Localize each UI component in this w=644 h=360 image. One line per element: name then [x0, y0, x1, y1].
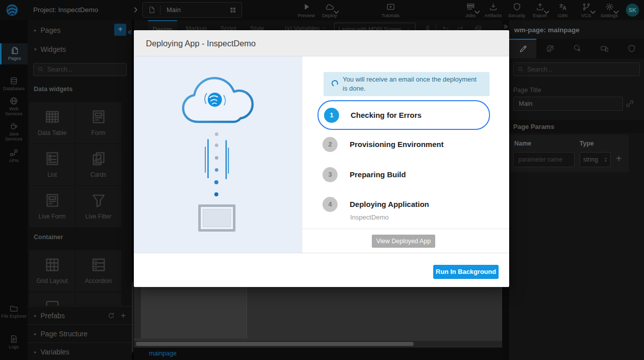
widget-tile-form[interactable]: Form: [75, 102, 121, 143]
deploy-button[interactable]: Deploy: [318, 2, 341, 20]
modal-footer: Run In Background: [134, 253, 509, 287]
export-button[interactable]: Export: [528, 2, 551, 20]
canvas-statusbar: mainpage: [134, 347, 502, 360]
page-selector-value: Main: [167, 6, 181, 14]
artifacts-button[interactable]: Artifacts: [481, 2, 505, 20]
prefabs-section-header[interactable]: ▸ Prefabs +: [28, 306, 132, 324]
refresh-icon[interactable]: [108, 312, 115, 319]
view-deployed-app-button[interactable]: View Deployed App: [372, 235, 435, 248]
preview-button[interactable]: Preview: [295, 2, 318, 20]
tab-inspect[interactable]: [564, 39, 591, 58]
param-name-input[interactable]: [513, 152, 575, 167]
step-number: 3: [323, 167, 338, 182]
widget-tile-list[interactable]: List: [29, 144, 75, 185]
column-header-name: Name: [514, 140, 531, 147]
sidebar-item-logs[interactable]: Logs: [0, 335, 28, 349]
widget-tile-cards[interactable]: Cards: [75, 144, 121, 185]
select-arrows-icon: ▲▼: [604, 157, 607, 163]
deploy-steps-panel: You will receive an email once the deplo…: [302, 56, 509, 253]
caret-down-icon: [612, 8, 620, 17]
widget-tile-live-form[interactable]: Live Form: [29, 186, 75, 227]
stream-line: [205, 147, 206, 173]
grid-layout-icon: [44, 257, 60, 273]
sidebar-item-apis[interactable]: APIs: [0, 149, 28, 163]
widget-tile-partial[interactable]: [75, 293, 121, 306]
settings-button[interactable]: Settings: [598, 2, 621, 20]
page-structure-section-header[interactable]: ▸ Page Structure: [28, 324, 132, 342]
table-icon: [44, 109, 60, 125]
step-active-checking-errors: 1 Checking for Errors: [317, 100, 490, 130]
shield-icon: [513, 3, 521, 11]
translate-icon: [558, 3, 567, 11]
sidebar-item-web-services[interactable]: Web Services: [0, 97, 28, 116]
security-button[interactable]: Security: [505, 2, 528, 20]
tab-security[interactable]: [618, 39, 644, 58]
scrollbar-thumb[interactable]: [136, 342, 414, 346]
page-selector[interactable]: Main: [142, 2, 242, 18]
devices-icon: [600, 44, 609, 53]
stream-dot: [214, 192, 218, 196]
link-icon[interactable]: [626, 100, 634, 108]
tutorials-button[interactable]: Tutorials: [379, 2, 402, 20]
widget-tile-live-filter[interactable]: Live Filter: [75, 186, 121, 227]
caret-down-icon: [332, 8, 341, 17]
info-alert: You will receive an email once the deplo…: [324, 72, 490, 96]
widget-tile-partial[interactable]: [29, 293, 75, 306]
widget-tile-grid-layout[interactable]: Grid Layout: [29, 250, 75, 292]
grid-view-icon: [229, 7, 236, 14]
collapse-right-panel-icon[interactable]: [503, 24, 509, 30]
i18n-button[interactable]: I18N: [551, 2, 574, 20]
widgets-section-header[interactable]: ▾ Widgets: [28, 42, 132, 56]
tab-properties[interactable]: [509, 39, 536, 58]
widget-search-input[interactable]: [33, 63, 127, 76]
param-type-select[interactable]: string ▲▼: [580, 152, 611, 167]
horizontal-scrollbar[interactable]: [134, 341, 502, 347]
page-title-label: Page Title: [513, 87, 541, 94]
user-avatar[interactable]: SK: [626, 4, 639, 17]
sidebar-item-databases[interactable]: Databases: [0, 77, 28, 91]
left-rail: Pages Databases Web Services Java Servic…: [0, 20, 28, 360]
step-label: Provisioning Environment: [350, 140, 444, 149]
collapsed-triangle-icon: ▸: [34, 28, 37, 33]
properties-search-input[interactable]: [513, 62, 640, 76]
caret-down-icon: [542, 8, 551, 17]
stream-dot: [215, 143, 218, 147]
stream-line: [228, 148, 229, 174]
tab-styles[interactable]: [536, 39, 564, 58]
step-subtitle: InspectDemo: [350, 213, 389, 221]
accordion-icon: [91, 257, 107, 273]
widget-tile-accordion[interactable]: Accordion: [75, 250, 121, 292]
deploy-illustration: [134, 56, 302, 253]
pages-icon: [11, 46, 19, 55]
shield-icon: [627, 44, 636, 53]
alert-text: You will receive an email once the deplo…: [343, 75, 481, 93]
add-param-button[interactable]: +: [616, 153, 622, 165]
collapsed-triangle-icon: ▸: [34, 331, 37, 336]
breadcrumb[interactable]: mainpage: [149, 350, 177, 357]
tab-devices[interactable]: [591, 39, 618, 58]
vcs-button[interactable]: VCS: [575, 2, 598, 20]
caret-down-icon: [589, 8, 597, 17]
right-panel: wm-page: mainpage Page Title Page Params…: [509, 20, 644, 360]
play-icon: [302, 3, 311, 11]
add-prefab-button[interactable]: +: [121, 311, 126, 321]
api-nodes-icon: [10, 149, 18, 157]
step-label: Checking for Errors: [351, 111, 422, 119]
variables-section-header[interactable]: ▸ Variables: [28, 342, 132, 360]
sidebar-item-pages[interactable]: Pages: [0, 43, 28, 64]
sidebar-item-java-services[interactable]: Java Services: [0, 122, 28, 141]
jobs-button[interactable]: Jobs: [459, 2, 482, 20]
cards-icon: [91, 151, 107, 167]
collapse-panel-icon[interactable]: [127, 29, 132, 35]
divider: [302, 229, 509, 229]
funnel-icon: [91, 192, 107, 208]
page-params-header: Page Params: [513, 123, 554, 130]
sidebar-item-file-explorer[interactable]: File Explorer: [0, 304, 28, 319]
run-in-background-button[interactable]: Run In Background: [433, 265, 499, 279]
video-icon: [386, 3, 395, 11]
form-icon: [91, 109, 107, 125]
add-page-button[interactable]: +: [114, 24, 126, 36]
page-title-input[interactable]: [513, 97, 623, 111]
project-label: Project: InspectDemo: [33, 6, 98, 14]
widget-tile-data-table[interactable]: Data Table: [29, 102, 75, 143]
